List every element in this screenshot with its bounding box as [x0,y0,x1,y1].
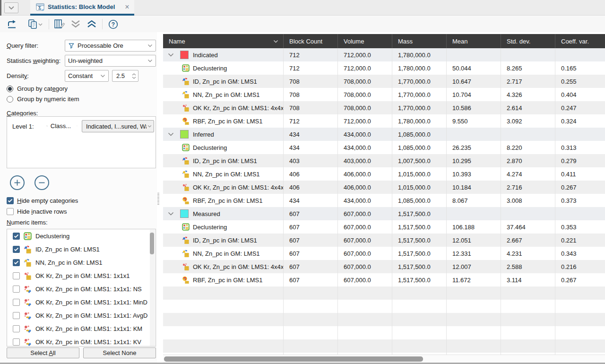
estimator-row[interactable]: ID, Zn_pc in GM: LMS1403403,000.01,007,5… [163,154,605,167]
table-cell: 708,000.0 [338,101,392,114]
tab-statistics-block-model[interactable]: Σσ Statistics: Block Model × [30,0,134,16]
query-filter-select[interactable]: Processable Ore [65,40,156,52]
checkbox-unchecked-icon[interactable] [13,312,20,319]
panel-splitter[interactable] [157,32,160,363]
spinner-down-icon[interactable] [132,77,136,79]
estimator-row[interactable]: ID, Zn_pc in GM: LMS1708708,000.01,770,0… [163,75,605,88]
estimator-row[interactable]: NN, Zn_pc in GM: LMS1607607,000.01,517,5… [163,247,605,260]
estimator-row[interactable]: Declustering607607,000.01,517,500.0106.1… [163,220,605,234]
statistics-weighting-select[interactable]: Un-weighted [65,55,156,67]
estimator-name: Declustering [193,224,227,231]
column-header-std-dev[interactable]: Std. dev. [501,34,555,48]
table-cell: 10.184 [447,181,501,194]
scrollbar-thumb[interactable] [164,356,423,362]
numeric-items-scrollbar[interactable] [150,230,155,347]
checkbox-unchecked-icon[interactable] [13,272,20,279]
table-cell: Inferred [163,128,284,141]
spinner-up-icon[interactable] [132,73,136,76]
table-cell: Measured [163,207,284,220]
table-cell [284,339,338,353]
column-header-mean[interactable]: Mean [447,34,501,48]
export-arrow-icon [7,19,17,29]
numeric-item-row[interactable]: OK Kr, Zn_pc in GM: LMS1: 1x1x1: AvgD [7,309,156,322]
table-cell: 0.267 [555,181,605,194]
table-cell: 0.165 [555,61,605,75]
numeric-item-row[interactable]: OK Kr, Zn_pc in GM: LMS1: 1x1x1: MinD [7,295,156,309]
scrollbar-thumb[interactable] [150,233,154,254]
group-by-category-radio[interactable]: Group by category [7,85,68,92]
column-header-volume[interactable]: Volume [338,34,392,48]
column-header-mass[interactable]: Mass [392,34,447,48]
numeric-item-row[interactable]: NN, Zn_pc in GM: LMS1 [7,256,156,269]
table-cell: RBF, Zn_pc in GM: LMS1 [163,273,284,286]
estimator-row[interactable]: Declustering712712,000.01,780,000.050.04… [163,61,605,75]
statistics-weighting-value: Un-weighted [68,57,103,64]
estimator-row[interactable]: OK Kr, Zn_pc in GM: LMS1: 4x4x4708708,00… [163,101,605,114]
numeric-item-label: ID, Zn_pc in GM: LMS1 [35,246,100,253]
numeric-item-label: OK Kr, Zn_pc in GM: LMS1: 1x1x1: NS [35,286,142,293]
checkbox-unchecked-icon[interactable] [13,286,20,293]
kriging-estimator-icon [182,183,190,191]
estimator-row[interactable]: OK Kr, Zn_pc in GM: LMS1: 4x4x4406406,00… [163,181,605,194]
select-all-button[interactable]: Select All [7,347,79,358]
level1-column-select[interactable]: A Class... [43,120,81,132]
export-button[interactable] [4,17,20,31]
numeric-item-row[interactable]: OK Kr, Zn_pc in GM: LMS1: 1x1x1: KM [7,322,156,335]
dock-menu-button[interactable] [4,2,18,13]
column-header-name[interactable]: Name [163,34,284,48]
numeric-item-row[interactable]: OK Kr, Zn_pc in GM: LMS1: 1x1x1: NS [7,282,156,295]
table-cell: 10.295 [447,154,501,167]
empty-row [163,313,605,326]
checkbox-checked-icon[interactable] [13,246,20,253]
category-group-row[interactable]: Inferred434434,000.01,085,000.0 [163,128,605,141]
estimator-row[interactable]: OK Kr, Zn_pc in GM: LMS1: 4x4x4607607,00… [163,260,605,273]
estimator-row[interactable]: ID, Zn_pc in GM: LMS1607607,000.01,517,5… [163,234,605,247]
table-cell: 2.717 [501,75,555,88]
category-group-row[interactable]: Measured607607,000.01,517,500.0 [163,207,605,220]
level1-values-select[interactable]: Indicated, I...sured, Waste [82,120,154,132]
table-cell: ID, Zn_pc in GM: LMS1 [163,75,284,88]
copy-button[interactable] [25,17,46,31]
table-cell: 1,085,000.0 [392,194,447,207]
edit-table-button[interactable] [52,17,68,31]
checkbox-checked-icon[interactable] [13,259,20,266]
group-by-numeric-item-radio[interactable]: Group by numeric item [7,95,79,103]
table-horizontal-scrollbar[interactable] [163,355,605,363]
remove-level-button[interactable] [35,175,49,190]
tab-close-icon[interactable]: × [125,4,129,10]
checkbox-unchecked-icon[interactable] [13,299,20,306]
help-button[interactable]: ? [105,17,121,31]
column-header-block-count[interactable]: Block Count [284,34,338,48]
table-cell: 607 [284,234,338,247]
checkbox-unchecked-icon[interactable] [13,325,20,332]
hide-empty-categories-checkbox[interactable]: Hide empty categories [7,197,78,204]
collapse-chevron-icon[interactable] [168,212,174,216]
add-level-button[interactable] [10,175,25,190]
collapse-chevron-icon[interactable] [168,132,174,136]
table-cell: 0.279 [555,154,605,167]
collapse-chevron-icon[interactable] [168,53,174,57]
density-value-spinner[interactable]: 2.5 [112,70,138,82]
numeric-item-row[interactable]: ID, Zn_pc in GM: LMS1 [7,243,156,256]
table-cell: Declustering [163,61,284,75]
numeric-item-row[interactable]: Declustering [7,229,156,243]
estimator-row[interactable]: Declustering434434,000.01,085,000.026.23… [163,141,605,154]
numeric-item-row[interactable]: OK Kr, Zn_pc in GM: LMS1: 1x1x1: KV [7,335,156,347]
estimator-row[interactable]: RBF, Zn_pc in GM: LMS1434434,000.01,085,… [163,194,605,207]
density-type-select[interactable]: Constant [65,70,109,82]
estimator-row[interactable]: RBF, Zn_pc in GM: LMS1607607,000.01,517,… [163,273,605,286]
checkbox-checked-icon[interactable] [13,233,20,240]
select-none-button[interactable]: Select None [83,347,156,358]
estimator-row[interactable]: NN, Zn_pc in GM: LMS1406406,000.01,015,0… [163,167,605,181]
numeric-item-row[interactable]: OK Kr, Zn_pc in GM: LMS1: 1x1x1 [7,269,156,282]
estimator-row[interactable]: RBF, Zn_pc in GM: LMS1712712,000.01,780,… [163,114,605,128]
checkbox-unchecked-icon[interactable] [13,338,20,346]
table-cell: 712,000.0 [338,114,392,128]
move-up-button[interactable] [84,17,100,31]
chevron-down-icon[interactable] [273,40,278,43]
column-header-coeff-var[interactable]: Coeff. var. [555,34,605,48]
move-down-button[interactable] [68,17,84,31]
category-group-row[interactable]: Indicated712712,000.01,780,000.0 [163,48,605,61]
estimator-row[interactable]: NN, Zn_pc in GM: LMS1708708,000.01,770,0… [163,88,605,101]
hide-inactive-rows-checkbox[interactable]: Hide inactive rows [7,208,67,215]
